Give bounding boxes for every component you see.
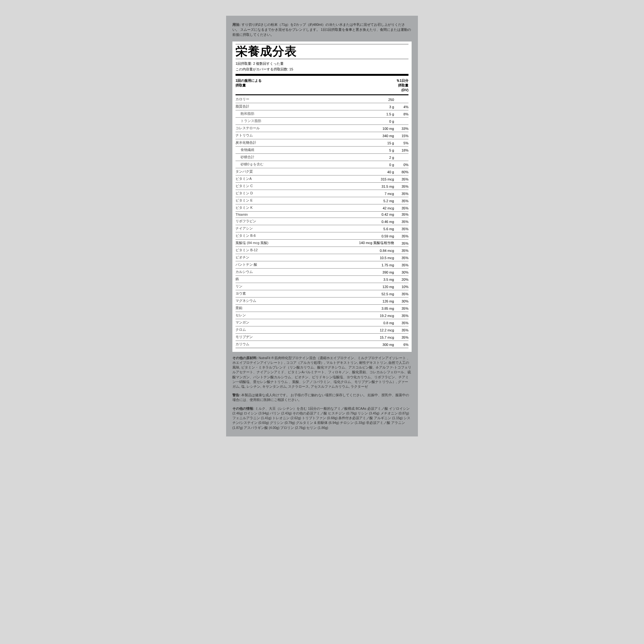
nutrient-dv: 33% <box>396 125 408 132</box>
nutrient-amount: 0.8 mg <box>350 319 396 326</box>
table-row: リボフラビン0.46 mg35% <box>236 218 408 225</box>
nutrient-name: ビタミン B-6 <box>236 232 350 239</box>
table-row: マグネシウム126 mg30% <box>236 297 408 304</box>
nutrient-amount: 300 mg <box>350 341 396 348</box>
nutrient-dv: 15% <box>396 132 408 139</box>
table-row: 葉酸塩 (84 mcg 葉酸)140 mcg 葉酸塩相当物35% <box>236 239 408 247</box>
table-row: 脂質合計3 g4% <box>236 103 408 110</box>
servings-per: この内容量がカバーする摂取回数: 15 <box>236 67 408 72</box>
nutrient-amount: 40 g <box>350 168 396 175</box>
nutrient-amount: 3.85 mg <box>350 304 396 312</box>
warning-label: 警告: <box>232 393 241 397</box>
other-ingredients-label: その他の原材料: <box>232 356 258 360</box>
nutrient-dv: 35% <box>396 225 408 232</box>
table-row: ビタミン C31.5 mg35% <box>236 182 408 190</box>
nutrient-amount: 10.5 mcg <box>350 254 396 261</box>
nutrient-dv: 35% <box>396 175 408 182</box>
nutrient-dv: 35% <box>396 304 408 312</box>
table-row: 亜鉛3.85 mg35% <box>236 304 408 312</box>
nutrient-name: タンパク質 <box>236 168 350 175</box>
nutrient-name: マグネシウム <box>236 297 350 304</box>
table-row: タンパク質40 g80% <box>236 168 408 175</box>
table-row: 炭水化物合計15 g5% <box>236 139 408 146</box>
nutrient-name: 炭水化物合計 <box>236 139 350 146</box>
nutrient-dv <box>396 153 408 161</box>
table-row: ビタミン B-120.84 mcg35% <box>236 247 408 254</box>
nutrient-amount: 250 <box>350 96 396 103</box>
nutrient-name: ビタミン B-12 <box>236 247 350 254</box>
table-row: 砂糖合計2 g <box>236 153 408 161</box>
nutrient-dv: 35% <box>396 319 408 326</box>
other-info-block: その他の情報: ミルク、大豆（レシチン）を含む 1回分の一般的なアミノ酸構成 B… <box>232 406 412 430</box>
nutrition-panel: 栄養成分表 1回摂取量: 2 複数回すくった量 この内容量がカバーする摂取回数:… <box>232 42 412 352</box>
nutrient-name: ナトリウム <box>236 132 350 139</box>
nutrient-dv: 35% <box>396 333 408 341</box>
nutrient-dv: 6% <box>396 341 408 348</box>
nutrient-dv: 35% <box>396 326 408 333</box>
nutrient-name: パントテン 酸 <box>236 261 350 268</box>
nutrient-amount: 0.46 mg <box>350 218 396 225</box>
nutrient-name: ビタミン E <box>236 197 350 204</box>
table-row: ナイアシン5.6 mg35% <box>236 225 408 232</box>
hdr-left-1: 1回の服用による <box>236 78 262 83</box>
table-row: Thiamin0.42 mg35% <box>236 211 408 218</box>
serving-size: 1回摂取量: 2 複数回すくった量 <box>236 61 408 67</box>
nutrient-dv: 35% <box>396 218 408 225</box>
nutrient-amount: 7 mcg <box>350 190 396 197</box>
other-info-label: その他の情報: <box>232 407 254 410</box>
nutrient-name: 亜鉛 <box>236 304 350 312</box>
table-row: ビタミンA315 mcg35% <box>236 175 408 182</box>
nutrient-amount: 1.5 g <box>350 110 396 117</box>
panel-title: 栄養成分表 <box>236 44 408 59</box>
nutrient-name: ヨウ素 <box>236 290 350 297</box>
table-row: ビオチン10.5 mcg35% <box>236 254 408 261</box>
hdr-right-2: 摂取量 <box>396 83 408 88</box>
nutrient-amount: 31.5 mg <box>350 182 396 190</box>
nutrient-amount: 140 mcg 葉酸塩相当物 <box>350 239 396 247</box>
nutrient-name: カルシウム <box>236 268 350 275</box>
table-row: セレン19.2 mcg35% <box>236 312 408 319</box>
nutrient-dv <box>396 117 408 125</box>
nutrient-dv: 35% <box>396 190 408 197</box>
nutrient-amount: 0.59 mg <box>350 232 396 239</box>
table-row: ビタミン E5.2 mg35% <box>236 197 408 204</box>
nutrient-dv: 35% <box>396 247 408 254</box>
nutrient-name: 鉄 <box>236 275 350 283</box>
nutrition-table: カロリー250脂質合計3 g4%飽和脂肪1.5 g8%トランス脂肪0 gコレステ… <box>236 96 408 348</box>
table-row: カリウム300 mg6% <box>236 341 408 348</box>
nutrient-name: 脂質合計 <box>236 103 350 110</box>
nutrient-name: クロム <box>236 326 350 333</box>
nutrient-amount: 0 g <box>350 117 396 125</box>
table-row: ビタミン B-60.59 mg35% <box>236 232 408 239</box>
nutrient-dv: 35% <box>396 290 408 297</box>
nutrient-amount: 390 mg <box>350 268 396 275</box>
nutrient-amount: 52.5 mg <box>350 290 396 297</box>
nutrient-name: 砂糖合計 <box>236 153 350 161</box>
nutrient-name: カリウム <box>236 341 350 348</box>
nutrient-amount: 0.42 mg <box>350 211 396 218</box>
nutrient-dv: 35% <box>396 197 408 204</box>
table-row: 鉄3.5 mg20% <box>236 275 408 283</box>
nutrient-dv: 80% <box>396 168 408 175</box>
nutrient-dv: 20% <box>396 275 408 283</box>
table-row: 飽和脂肪1.5 g8% <box>236 110 408 117</box>
table-row: 砂糖0 g を含む0 g0% <box>236 161 408 168</box>
nutrient-name: Thiamin <box>236 211 350 218</box>
nutrient-dv: 8% <box>396 110 408 117</box>
nutrient-dv: 35% <box>396 254 408 261</box>
table-row: ビタミン K42 mcg35% <box>236 204 408 211</box>
table-row: クロム12.2 mcg35% <box>236 326 408 333</box>
nutrient-dv: 35% <box>396 211 408 218</box>
nutrient-amount: 1.75 mg <box>350 261 396 268</box>
nutrient-amount: 3 g <box>350 103 396 110</box>
hdr-right-3: (DV) <box>396 88 408 92</box>
label-card: 用法: すり切り約2さじの粉末（71g）を2カップ（約480ml）の冷たい水また… <box>226 16 418 436</box>
nutrient-amount: 5.2 mg <box>350 197 396 204</box>
table-row: トランス脂肪0 g <box>236 117 408 125</box>
nutrient-dv: 4% <box>396 103 408 110</box>
nutrient-dv: 35% <box>396 232 408 239</box>
usage-block: 用法: すり切り約2さじの粉末（71g）を2カップ（約480ml）の冷たい水また… <box>232 22 412 37</box>
nutrient-amount: 42 mcg <box>350 204 396 211</box>
nutrient-amount: 2 g <box>350 153 396 161</box>
table-row: ナトリウム340 mg15% <box>236 132 408 139</box>
